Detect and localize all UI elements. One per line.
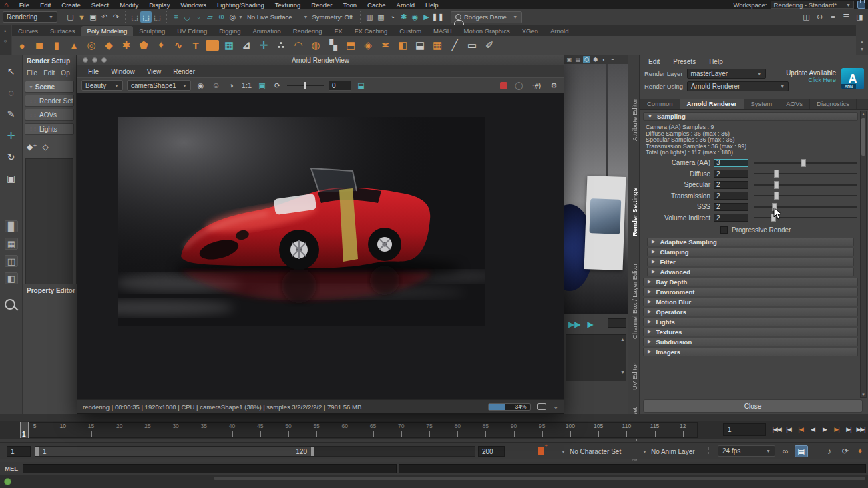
combine-icon[interactable]: ⬓ — [413, 38, 427, 53]
chevron-down-icon[interactable]: ▼ — [238, 15, 243, 19]
renderview-canvas[interactable] — [77, 93, 564, 399]
menu-item[interactable]: Arnold — [391, 1, 420, 9]
command-input[interactable] — [23, 464, 397, 473]
scale-tool[interactable]: ▣ — [4, 171, 19, 186]
coordinates-icon[interactable]: ∴ — [274, 38, 288, 53]
render-settings-tab[interactable]: AOVs — [779, 99, 810, 109]
menu-item[interactable]: Edit — [35, 1, 56, 9]
open-render-view-icon[interactable]: ▥ — [364, 11, 375, 23]
shelf-tab[interactable]: Poly Modeling — [81, 26, 134, 36]
animation-start-field[interactable]: 1 — [7, 446, 31, 457]
menu-item[interactable]: File — [14, 1, 35, 9]
progressive-render-checkbox[interactable] — [720, 226, 728, 234]
rotate-tool[interactable]: ↻ — [4, 150, 19, 164]
render-settings-menu-item[interactable]: Presets — [668, 58, 701, 65]
create-layer-icon[interactable]: ◆⁺ — [27, 142, 37, 152]
render-settings-menu-item[interactable]: Edit — [643, 58, 665, 65]
slider-track[interactable] — [754, 206, 857, 208]
viewport-scene[interactable] — [564, 64, 628, 314]
render-current-frame-icon[interactable]: ▦ — [375, 11, 387, 23]
sidebar-vertical-tab[interactable]: Render Settings — [628, 179, 640, 246]
menu-item[interactable]: Select — [86, 1, 114, 9]
range-slider[interactable]: 1 120 — [35, 446, 475, 457]
renderview-menu-item[interactable]: Window — [105, 68, 140, 75]
menu-item[interactable]: Texturing — [270, 1, 306, 9]
render-settings-tab[interactable]: Common — [640, 99, 680, 109]
menu-item[interactable]: Modify — [114, 1, 144, 9]
open-scene-icon[interactable]: ▼ — [76, 11, 87, 23]
shelf-tab[interactable]: MASH — [427, 26, 457, 36]
collapsed-section[interactable]: ▶ Lights — [643, 318, 858, 326]
menu-item[interactable]: Help — [420, 1, 444, 9]
shelf-tab[interactable]: Sculpting — [133, 26, 171, 36]
menu-item[interactable]: Toon — [337, 1, 362, 9]
evaluation-mode-icon[interactable]: ✦ — [853, 445, 867, 457]
locator-icon[interactable]: ✛ — [256, 38, 271, 53]
slider-handle[interactable] — [774, 192, 779, 200]
output-scrollbar[interactable] — [214, 477, 865, 480]
shelf-tab[interactable]: XGen — [516, 26, 544, 36]
shelf-tab[interactable]: Animation — [246, 26, 286, 36]
render-settings-tab[interactable]: System — [744, 99, 780, 109]
snap-to-view-icon[interactable]: ⊕ — [216, 11, 227, 23]
shelf-scroll-arrows[interactable]: ▲▼ — [857, 36, 867, 55]
menu-item[interactable]: Render — [306, 1, 337, 9]
slider-track[interactable] — [754, 162, 857, 164]
sculpt-tool-icon[interactable]: ◠ — [291, 38, 306, 53]
slider-value-field[interactable]: 2 — [714, 192, 748, 200]
playback-range[interactable]: 1 120 — [35, 447, 314, 456]
close-button[interactable]: Close — [643, 399, 863, 413]
menu-item[interactable]: Cache — [362, 1, 391, 9]
fps-dropdown[interactable]: 24 fps▼ — [718, 445, 775, 457]
aov-dropdown[interactable]: Beauty▼ — [81, 80, 123, 91]
account-dropdown[interactable]: Rodgers Dame.. ▼ — [451, 11, 522, 23]
loop-playback-icon[interactable]: ∞ — [779, 445, 792, 457]
select-tool[interactable]: ↖ — [4, 64, 19, 79]
slider-handle[interactable] — [774, 181, 779, 189]
shelf-tab[interactable]: Rendering — [287, 26, 329, 36]
renderview-menu-item[interactable]: Render — [168, 68, 200, 75]
stop-render-icon[interactable] — [500, 82, 507, 89]
collapsed-section[interactable]: ▶ Textures — [643, 328, 858, 336]
home-icon[interactable]: ⌂ — [4, 1, 9, 9]
play-forwards-button[interactable]: ▶ — [819, 423, 830, 436]
slider-track[interactable] — [754, 195, 857, 196]
play-backwards-button[interactable]: ◀ — [807, 423, 818, 436]
slider-value-field[interactable]: 2 — [714, 181, 748, 189]
render-layer-dropdown[interactable]: masterLayer▼ — [687, 69, 766, 79]
type-tool-icon[interactable]: T — [188, 38, 203, 53]
curve-helix-icon[interactable]: ∿ — [171, 38, 186, 53]
shelf-tab[interactable]: Arnold — [544, 26, 574, 36]
slider-handle[interactable] — [801, 159, 805, 167]
menu-set-dropdown[interactable]: Rendering ▼ — [3, 11, 57, 23]
save-scene-icon[interactable]: ▣ — [87, 11, 99, 23]
new-scene-icon[interactable]: ▢ — [65, 11, 76, 23]
blocks-icon[interactable]: ▚ — [326, 38, 341, 53]
renderview-menu-item[interactable]: View — [142, 68, 167, 75]
four-pane-layout-icon[interactable]: ▦ — [5, 238, 18, 250]
collapsed-section[interactable]: ▶ Operators — [643, 308, 858, 316]
timeline-ruler[interactable]: 5 10 15 20 25 30 35 40 45 50 55 60 65 70… — [20, 422, 698, 438]
snapshot-icon[interactable]: ⊜ — [210, 80, 222, 91]
iterations-field[interactable]: 0 — [329, 81, 351, 91]
sidebar-vertical-tab[interactable]: UV Editor — [628, 356, 640, 397]
viewport-shaded-icon[interactable]: ⬡ — [583, 56, 590, 63]
save-image-icon[interactable]: ⬓ — [355, 80, 367, 91]
collapsed-subsection[interactable]: ▶ Clamping — [647, 248, 854, 256]
shelf-tab[interactable]: FX — [329, 26, 349, 36]
step-back-frame-button[interactable]: |◀ — [783, 423, 794, 436]
attribute-editor-toggle-icon[interactable]: ≡ — [827, 11, 839, 23]
select-hierarchy-icon[interactable]: ⬚ — [129, 11, 140, 23]
render-settings-scroll-area[interactable]: ▼ Sampling Camera (AA) Samples : 9 Diffu… — [640, 111, 861, 398]
tool-settings-toggle-icon[interactable]: ☰ — [841, 11, 852, 23]
multi-cut-icon[interactable]: ╱ — [447, 38, 462, 53]
slider-handle[interactable] — [774, 170, 779, 178]
super-shape-icon[interactable]: ✦ — [154, 38, 168, 53]
undo-icon[interactable]: ↶ — [99, 11, 110, 23]
camera-dropdown[interactable]: cameraShape1▼ — [127, 80, 191, 91]
redo-icon[interactable]: ↷ — [110, 11, 122, 23]
go-to-end-button[interactable]: ▶▶| — [855, 423, 866, 436]
go-to-start-button[interactable]: |◀◀ — [771, 423, 782, 436]
slider-track[interactable] — [754, 184, 857, 186]
slider-value-field[interactable]: 2 — [714, 170, 748, 178]
